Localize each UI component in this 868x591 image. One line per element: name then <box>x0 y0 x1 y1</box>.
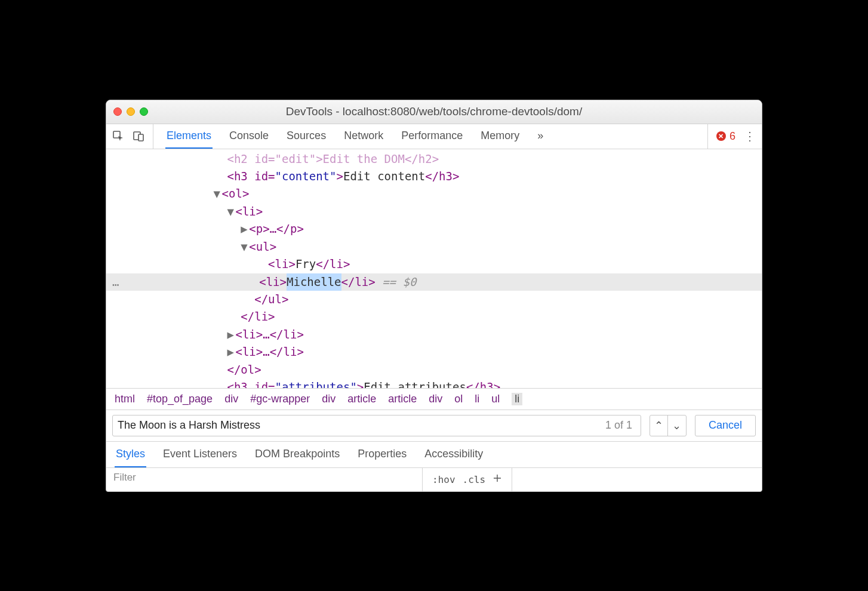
devtools-window: DevTools - localhost:8080/web/tools/chro… <box>106 100 762 492</box>
crumb-div-3[interactable]: div <box>429 393 442 405</box>
cls-toggle[interactable]: .cls <box>463 474 486 485</box>
add-rule-button[interactable] <box>493 473 502 485</box>
dom-node-li-close[interactable]: </li> <box>106 308 762 325</box>
tab-console[interactable]: Console <box>228 124 270 149</box>
crumb-li[interactable]: li <box>475 393 479 405</box>
errors-badge[interactable]: ✕ 6 <box>716 130 735 143</box>
window-title: DevTools - localhost:8080/web/tools/chro… <box>106 105 762 118</box>
styles-filter-input[interactable]: Filter <box>106 468 423 491</box>
plus-icon <box>493 473 502 483</box>
tab-sources[interactable]: Sources <box>285 124 327 149</box>
subtab-styles[interactable]: Styles <box>115 442 146 467</box>
find-prev-button[interactable]: ⌃ <box>650 415 668 436</box>
crumb-article[interactable]: article <box>347 393 376 405</box>
dom-tree[interactable]: <h2 id="edit">Edit the DOM</h2> <h3 id="… <box>106 149 762 388</box>
find-nav: ⌃ ⌄ <box>650 415 687 436</box>
hov-toggle[interactable]: :hov <box>432 474 455 485</box>
subtab-event-listeners[interactable]: Event Listeners <box>162 442 238 467</box>
subtab-accessibility[interactable]: Accessibility <box>423 442 484 467</box>
traffic-lights <box>113 107 148 116</box>
selected-text[interactable]: Michelle <box>287 273 341 291</box>
titlebar: DevTools - localhost:8080/web/tools/chro… <box>106 100 762 124</box>
tab-elements[interactable]: Elements <box>165 124 213 149</box>
dom-node-li-selected[interactable]: … <li>Michelle</li> == $0 <box>106 273 762 291</box>
crumb-ul[interactable]: ul <box>491 393 500 405</box>
dom-node-p-collapsed[interactable]: ▶<p>…</p> <box>106 220 762 238</box>
ellipsis-icon[interactable]: … <box>111 273 122 291</box>
tab-more[interactable]: » <box>536 124 544 149</box>
triangle-down-icon[interactable]: ▼ <box>214 185 222 202</box>
errors-count: 6 <box>730 130 735 143</box>
dom-node-li-3[interactable]: ▶<li>…</li> <box>106 343 762 361</box>
subtab-properties[interactable]: Properties <box>356 442 408 467</box>
crumb-article-2[interactable]: article <box>388 393 417 405</box>
dom-node-h2[interactable]: <h2 id="edit">Edit the DOM</h2> <box>106 150 762 168</box>
triangle-down-icon[interactable]: ▼ <box>227 203 235 220</box>
find-next-button[interactable]: ⌄ <box>668 415 686 436</box>
crumb-div-2[interactable]: div <box>322 393 335 405</box>
triangle-right-icon[interactable]: ▶ <box>227 343 235 361</box>
find-input[interactable]: The Moon is a Harsh Mistress 1 of 1 <box>112 415 641 436</box>
tab-performance[interactable]: Performance <box>400 124 464 149</box>
find-count: 1 of 1 <box>605 419 632 432</box>
styles-tabs: Styles Event Listeners DOM Breakpoints P… <box>106 441 762 467</box>
crumb-top-of-page[interactable]: #top_of_page <box>147 393 213 405</box>
styles-filter-row: Filter :hov .cls <box>106 467 762 491</box>
crumb-ol[interactable]: ol <box>454 393 463 405</box>
dom-node-h3-content[interactable]: <h3 id="content">Edit content</h3> <box>106 168 762 185</box>
main-toolbar: Elements Console Sources Network Perform… <box>106 124 762 149</box>
inspect-element-icon[interactable] <box>112 130 124 142</box>
error-icon: ✕ <box>716 131 726 141</box>
triangle-right-icon[interactable]: ▶ <box>227 326 235 343</box>
kebab-menu-icon[interactable]: ⋮ <box>744 129 756 143</box>
close-icon[interactable] <box>113 107 122 116</box>
chevron-up-icon: ⌃ <box>654 419 663 432</box>
breadcrumb: html #top_of_page div #gc-wrapper div ar… <box>106 388 762 410</box>
crumb-div[interactable]: div <box>224 393 238 405</box>
dom-node-ol-close[interactable]: </ol> <box>106 361 762 378</box>
tab-memory[interactable]: Memory <box>479 124 521 149</box>
dom-node-li-2[interactable]: ▶<li>…</li> <box>106 326 762 343</box>
triangle-down-icon[interactable]: ▼ <box>241 238 249 256</box>
dom-node-ul-close[interactable]: </ul> <box>106 291 762 308</box>
dom-node-h3-attributes[interactable]: <h3 id="attributes">Edit attributes</h3> <box>106 378 762 387</box>
find-input-value: The Moon is a Harsh Mistress <box>118 419 605 432</box>
minimize-icon[interactable] <box>127 107 135 116</box>
find-cancel-button[interactable]: Cancel <box>695 415 756 436</box>
panel-tabs: Elements Console Sources Network Perform… <box>165 124 707 149</box>
subtab-dom-breakpoints[interactable]: DOM Breakpoints <box>254 442 341 467</box>
crumb-li-current[interactable]: li <box>512 393 522 405</box>
device-toggle-icon[interactable] <box>133 130 144 142</box>
chevron-down-icon: ⌄ <box>672 419 681 432</box>
svg-rect-2 <box>138 134 143 141</box>
triangle-right-icon[interactable]: ▶ <box>241 220 249 238</box>
dom-node-ul-open[interactable]: ▼<ul> <box>106 238 762 256</box>
dom-node-ol-open[interactable]: ▼<ol> <box>106 185 762 202</box>
dollar-zero-ref: == $0 <box>375 273 417 291</box>
dom-node-li-fry[interactable]: <li>Fry</li> <box>106 256 762 273</box>
maximize-icon[interactable] <box>140 107 148 116</box>
crumb-gc-wrapper[interactable]: #gc-wrapper <box>250 393 310 405</box>
crumb-html[interactable]: html <box>115 393 135 405</box>
dom-node-li-open[interactable]: ▼<li> <box>106 203 762 220</box>
find-bar: The Moon is a Harsh Mistress 1 of 1 ⌃ ⌄ … <box>106 410 762 441</box>
tab-network[interactable]: Network <box>343 124 384 149</box>
